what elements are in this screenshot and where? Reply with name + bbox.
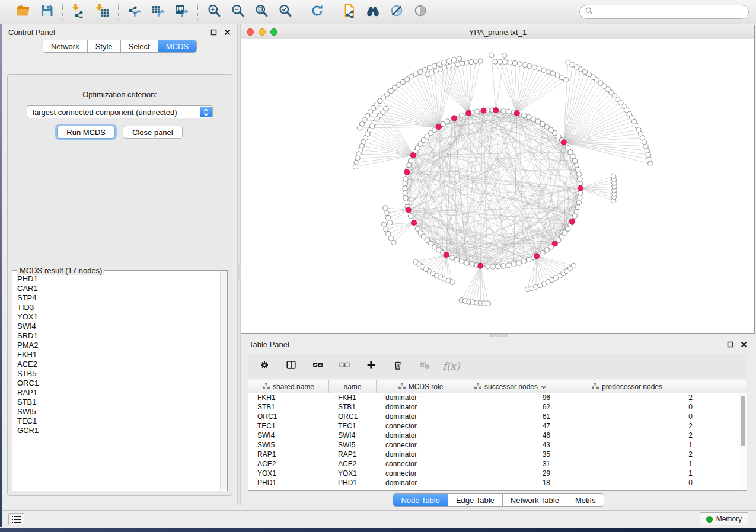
search-input[interactable] [596, 7, 743, 17]
column-header-predecessor-nodes[interactable]: predecessor nodes [556, 380, 698, 393]
mcds-result-item[interactable]: FKH1 [17, 350, 220, 360]
mcds-result-item[interactable]: STB1 [17, 398, 220, 407]
table-tabs: Node TableEdge TableNetwork TableMotifs [393, 493, 604, 507]
mcds-result-item[interactable]: RAP1 [17, 388, 220, 398]
show-graphics-details-button[interactable] [412, 4, 428, 20]
table-row[interactable]: SWI5SWI5connector431 [248, 440, 739, 450]
zoom-in-button[interactable] [206, 4, 222, 20]
mcds-result-item[interactable]: STB5 [17, 369, 220, 379]
table-tab-node-table[interactable]: Node Table [393, 494, 448, 506]
apply-function-button[interactable]: f(x) [444, 359, 458, 373]
delete-table-button[interactable] [417, 359, 432, 373]
zoom-selected-button[interactable] [277, 4, 293, 20]
control-tab-style[interactable]: Style [87, 40, 120, 52]
mcds-result-scrollbar[interactable] [220, 271, 227, 490]
zoom-fit-icon [254, 4, 269, 20]
float-table-panel-icon[interactable] [726, 341, 734, 348]
mcds-result-item[interactable]: SWI4 [17, 322, 220, 331]
mcds-result-item[interactable]: GCR1 [17, 426, 220, 435]
import-table-icon [95, 4, 110, 20]
control-panel-title: Control Panel [8, 28, 55, 37]
table-row[interactable]: ORC1ORC1dominator610 [248, 412, 739, 421]
control-tab-select[interactable]: Select [120, 40, 158, 52]
import-table-button[interactable] [94, 4, 110, 20]
column-header-name[interactable]: name [329, 380, 377, 393]
search-binoculars-button[interactable] [365, 4, 381, 20]
table-row[interactable]: ACE2ACE2connector311 [248, 459, 739, 469]
mcds-result-item[interactable]: YOX1 [17, 312, 220, 322]
mcds-result-item[interactable]: SWI5 [17, 407, 220, 416]
hide-graphics-details-button[interactable] [388, 4, 404, 20]
column-header-MCDS-role[interactable]: MCDS role [377, 380, 465, 393]
table-cell: RAP1 [329, 450, 377, 459]
main-toolbar [0, 0, 756, 24]
export-network-icon [127, 4, 142, 20]
refresh-button[interactable] [309, 4, 325, 20]
table-row[interactable]: RAP1RAP1dominator352 [248, 450, 739, 459]
show-panels-button[interactable] [8, 513, 24, 525]
delete-table-icon [419, 360, 430, 373]
table-row[interactable]: PHD1PHD1dominator180 [248, 478, 739, 488]
mcds-result-item[interactable]: ACE2 [17, 360, 220, 369]
search-box[interactable] [579, 5, 749, 19]
export-image-button[interactable] [174, 4, 190, 20]
add-column-icon [366, 360, 377, 373]
table-mode-gear-button[interactable] [257, 359, 272, 373]
mcds-result-title: MCDS result (17 nodes) [17, 266, 104, 275]
mcds-result-item[interactable]: PMA2 [17, 341, 220, 350]
mcds-result-item[interactable]: TID3 [17, 303, 220, 312]
mcds-result-list[interactable]: PHD1CAR1STP4TID3YOX1SWI4SRD1PMA2FKH1ACE2… [13, 274, 220, 490]
control-tab-network[interactable]: Network [43, 40, 87, 52]
show-columns-button[interactable] [284, 359, 298, 373]
deselect-all-button[interactable] [337, 359, 352, 373]
close-panel-icon[interactable] [224, 28, 231, 36]
zoom-out-button[interactable] [229, 4, 245, 20]
mcds-result-item[interactable]: ORC1 [17, 379, 220, 388]
float-panel-icon[interactable] [210, 28, 218, 36]
export-table-button[interactable] [150, 4, 166, 20]
table-row[interactable]: SWI4SWI4dominator462 [248, 431, 739, 440]
open-file-button[interactable] [15, 4, 31, 20]
add-column-button[interactable] [364, 359, 378, 373]
table-cell: SWI4 [329, 431, 377, 440]
list-icon [12, 516, 21, 523]
select-all-button[interactable] [311, 359, 325, 373]
table-row[interactable]: TEC1TEC1connector472 [248, 421, 739, 431]
column-header-shared-name[interactable]: shared name [248, 380, 329, 393]
table-cell: 1 [556, 460, 698, 468]
table-row[interactable]: STB1STB1dominator620 [248, 402, 739, 412]
memory-status-icon [706, 516, 713, 523]
table-cell: 0 [556, 479, 698, 487]
control-tab-mcds[interactable]: MCDS [158, 40, 196, 52]
close-panel-button[interactable]: Close panel [123, 126, 183, 139]
table-row[interactable]: FKH1FKH1dominator962 [248, 393, 739, 402]
table-row[interactable]: YOX1YOX1connector291 [248, 469, 739, 478]
table-tab-edge-table[interactable]: Edge Table [448, 494, 502, 506]
mcds-result-item[interactable]: STP4 [17, 293, 220, 303]
import-network-button[interactable] [71, 4, 87, 20]
memory-button[interactable]: Memory [700, 512, 748, 525]
zoom-fit-button[interactable] [253, 4, 269, 20]
delete-column-button[interactable] [391, 359, 405, 373]
mcds-result-item[interactable]: TEC1 [17, 416, 220, 426]
table-scrollbar-thumb[interactable] [741, 396, 745, 446]
table-scrollbar[interactable] [739, 393, 747, 490]
export-network-button[interactable] [126, 4, 142, 20]
run-mcds-button[interactable]: Run MCDS [57, 126, 115, 139]
table-cell: RAP1 [248, 450, 329, 459]
network-from-selection-button[interactable] [341, 4, 357, 20]
table-tab-network-table[interactable]: Network Table [502, 494, 567, 506]
mcds-result-item[interactable]: PHD1 [17, 274, 220, 284]
column-header-successor-nodes[interactable]: successor nodes [465, 380, 556, 393]
mcds-result-item[interactable]: SRD1 [17, 331, 220, 341]
mcds-result-item[interactable]: CAR1 [17, 284, 220, 293]
network-window-title-bar[interactable]: YPA_prune.txt_1 [241, 25, 754, 39]
table-tab-motifs[interactable]: Motifs [567, 494, 604, 506]
save-session-button[interactable] [39, 4, 55, 20]
network-canvas[interactable] [241, 39, 754, 336]
close-table-panel-icon[interactable] [740, 341, 748, 348]
criterion-dropdown[interactable]: largest connected component (undirected) [27, 105, 213, 118]
search-icon [585, 7, 593, 17]
table-cell: dominator [377, 450, 465, 459]
control-panel-title-bar: Control Panel [2, 24, 237, 40]
